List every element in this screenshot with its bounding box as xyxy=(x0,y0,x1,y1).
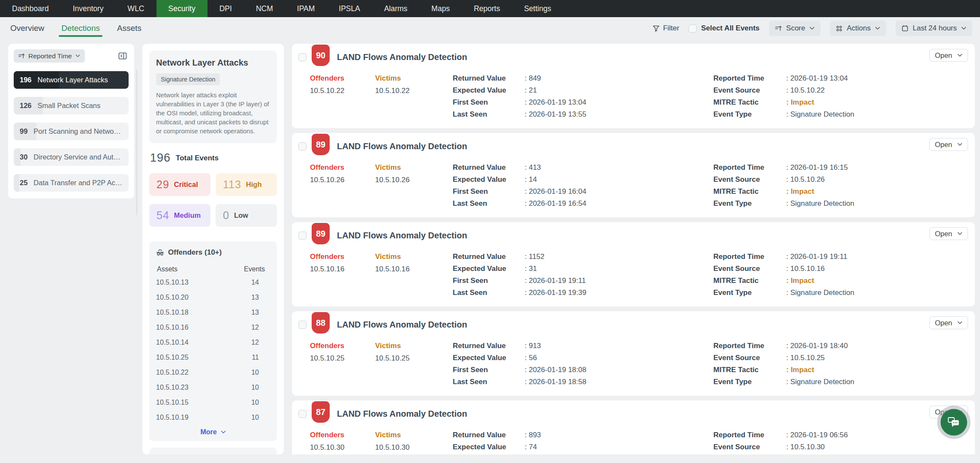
offender-row[interactable]: 10.5.10.22 10 xyxy=(156,365,270,380)
mitre-tactic-value[interactable]: Impact xyxy=(786,453,814,454)
event-checkbox[interactable] xyxy=(298,321,307,329)
victims-label: Victims xyxy=(375,72,453,84)
returned-value-label: Returned Value xyxy=(453,162,525,174)
event-source-label: Event Source xyxy=(713,174,786,186)
tab[interactable]: Overview xyxy=(10,17,44,39)
category-label: Data Transfer and P2P Activ... xyxy=(33,179,123,187)
toolbar: Filter Select All Events Score Actions xyxy=(652,21,972,36)
offender-ip[interactable]: 10.5.10.25 xyxy=(310,352,375,365)
sort-by-button[interactable]: Reported Time xyxy=(14,49,85,63)
severity-box[interactable]: 0 Low xyxy=(216,204,277,227)
nav-item[interactable]: Reports xyxy=(462,0,512,17)
reported-time-value: 2026-01-19 06:56 xyxy=(786,429,848,441)
category-list: 196 Network Layer Attacks 126 Small Pack… xyxy=(14,71,129,192)
event-title: LAND Flows Anomaly Detection xyxy=(337,409,467,419)
offender-row[interactable]: 10.5.10.14 12 xyxy=(156,335,270,350)
open-status-button[interactable]: Open xyxy=(929,138,968,151)
nav-item[interactable]: Maps xyxy=(419,0,462,17)
victim-ip[interactable]: 10.5.10.25 xyxy=(375,352,453,365)
severity-box[interactable]: 113 High xyxy=(216,173,277,196)
nav-item[interactable]: Inventory xyxy=(61,0,116,17)
next-section-stub xyxy=(149,448,277,454)
offender-row[interactable]: 10.5.10.13 14 xyxy=(156,275,270,290)
offenders-label: Offenders xyxy=(310,251,375,263)
category-count: 30 xyxy=(20,153,27,161)
score-sort-button[interactable]: Score xyxy=(769,21,821,36)
event-checkbox[interactable] xyxy=(298,410,307,418)
expected-value-label: Expected Value xyxy=(453,174,525,186)
offender-row[interactable]: 10.5.10.18 13 xyxy=(156,305,270,320)
offender-row[interactable]: 10.5.10.20 13 xyxy=(156,290,270,305)
event-checkbox[interactable] xyxy=(298,232,307,240)
offender-row[interactable]: 10.5.10.15 10 xyxy=(156,395,270,410)
sidebar-scrollbar[interactable] xyxy=(136,69,138,215)
nav-item[interactable]: NCM xyxy=(244,0,285,17)
category-item[interactable]: 196 Network Layer Attacks xyxy=(14,71,129,89)
offender-row[interactable]: 10.5.10.19 10 xyxy=(156,410,270,425)
reported-time-label: Reported Time xyxy=(713,251,786,263)
offender-ip[interactable]: 10.5.10.22 xyxy=(310,84,375,97)
chevron-down-icon xyxy=(957,143,962,146)
nav-item[interactable]: IPSLA xyxy=(327,0,372,17)
mitre-tactic-value[interactable]: Impact xyxy=(786,275,814,287)
victim-ip[interactable]: 10.5.10.22 xyxy=(375,84,453,97)
tab[interactable]: Assets xyxy=(117,17,141,39)
offender-ip[interactable]: 10.5.10.16 xyxy=(310,263,375,276)
event-source-value: 10.5.10.16 xyxy=(786,263,825,275)
nav-item[interactable]: Security xyxy=(156,0,207,17)
offender-row[interactable]: 10.5.10.23 10 xyxy=(156,380,270,395)
event-title: LAND Flows Anomaly Detection xyxy=(337,320,467,330)
collapse-panel-icon[interactable] xyxy=(118,52,127,60)
offenders-more-button[interactable]: More xyxy=(156,428,270,436)
last-seen-value: 2026-01-19 18:58 xyxy=(525,376,586,388)
severity-summary: 29 Critical 113 High 54 Medium 0 Low xyxy=(149,173,277,227)
event-checkbox[interactable] xyxy=(298,53,307,61)
reported-time-value: 2026-01-19 19:11 xyxy=(786,251,847,263)
victim-ip[interactable]: 10.5.10.26 xyxy=(375,174,453,186)
last-seen-label: Last Seen xyxy=(453,287,525,299)
nav-item[interactable]: Dashboard xyxy=(0,0,61,17)
severity-box[interactable]: 29 Critical xyxy=(149,173,210,196)
open-status-button[interactable]: Open xyxy=(929,49,968,62)
open-status-button[interactable]: Open xyxy=(929,316,968,329)
offender-ip[interactable]: 10.5.10.26 xyxy=(310,174,375,186)
category-item[interactable]: 30 Directory Service and Auth... xyxy=(14,148,129,166)
offender-row[interactable]: 10.5.10.25 11 xyxy=(156,350,270,365)
reported-time-label: Reported Time xyxy=(713,429,786,441)
tab[interactable]: Detections xyxy=(61,17,100,39)
time-range-button[interactable]: Last 24 hours xyxy=(896,21,972,36)
reported-time-value: 2026-01-19 13:04 xyxy=(786,72,848,84)
event-checkbox[interactable] xyxy=(298,142,307,150)
severity-box[interactable]: 54 Medium xyxy=(149,204,210,227)
select-all-checkbox[interactable] xyxy=(688,24,697,33)
event-source-value: 10.5.10.26 xyxy=(786,174,825,186)
category-item[interactable]: 25 Data Transfer and P2P Activ... xyxy=(14,174,129,192)
mitre-tactic-value[interactable]: Impact xyxy=(786,364,814,376)
mitre-tactic-value[interactable]: Impact xyxy=(786,186,814,198)
sort-by-label: Reported Time xyxy=(28,52,72,60)
actions-button[interactable]: Actions xyxy=(830,21,886,36)
nav-item[interactable]: WLC xyxy=(116,0,156,17)
nav-item[interactable]: DPI xyxy=(207,0,244,17)
event-meta-column: Reported Time2026-01-19 16:15 Event Sour… xyxy=(713,162,975,210)
mitre-tactic-value[interactable]: Impact xyxy=(786,96,814,108)
chat-widget-button[interactable] xyxy=(941,409,967,436)
offender-ip[interactable]: 10.5.10.30 xyxy=(310,441,375,454)
nav-item[interactable]: Alarms xyxy=(372,0,419,17)
victim-ip[interactable]: 10.5.10.16 xyxy=(375,263,453,276)
returned-value-label: Returned Value xyxy=(453,340,525,352)
offender-event-count: 12 xyxy=(251,320,270,335)
nav-item[interactable]: IPAM xyxy=(285,0,327,17)
open-status-button[interactable]: Open xyxy=(929,227,968,240)
victim-ip[interactable]: 10.5.10.30 xyxy=(375,441,453,454)
filter-button[interactable]: Filter xyxy=(652,24,679,33)
offender-row[interactable]: 10.5.10.16 12 xyxy=(156,320,270,335)
nav-item[interactable]: Settings xyxy=(512,0,563,17)
category-count: 126 xyxy=(20,102,32,110)
sub-header: Overview Detections Assets Filter Select… xyxy=(0,17,980,39)
category-item[interactable]: 126 Small Packet Scans xyxy=(14,97,129,114)
category-item[interactable]: 99 Port Scanning and Network... xyxy=(14,123,129,140)
expected-value: 31 xyxy=(525,263,537,275)
event-score-badge: 89 xyxy=(312,223,330,244)
offender-ip: 10.5.10.25 xyxy=(156,350,189,365)
